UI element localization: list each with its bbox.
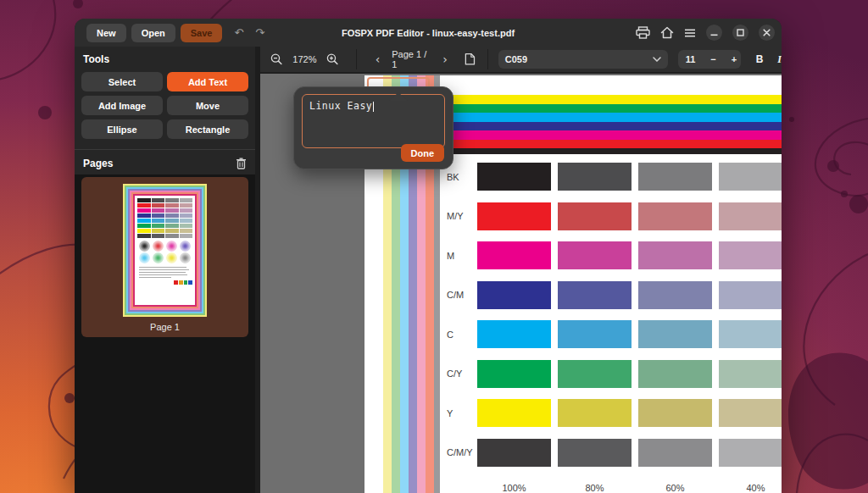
color-swatch — [719, 281, 782, 309]
color-swatch — [638, 281, 712, 309]
maximize-button[interactable] — [732, 25, 748, 41]
font-size-increase-button[interactable]: + — [724, 50, 741, 69]
color-swatch — [719, 399, 782, 427]
redo-icon[interactable]: ↷ — [255, 27, 264, 38]
tool-button-move[interactable]: Move — [167, 96, 248, 115]
previous-page-icon[interactable]: ‹ — [376, 53, 381, 65]
color-swatch — [477, 281, 551, 309]
next-page-icon[interactable]: › — [442, 53, 448, 65]
tool-button-add-image[interactable]: Add Image — [81, 96, 163, 115]
color-swatch — [477, 399, 551, 427]
thumbnail-grid-row — [137, 224, 192, 228]
thumbnail-border-stripe — [125, 186, 205, 315]
home-icon[interactable] — [660, 26, 674, 39]
swatch-col-label: 100% — [477, 478, 551, 493]
color-swatch — [719, 360, 782, 388]
color-swatch — [477, 320, 551, 348]
color-swatch — [477, 241, 551, 269]
color-swatch — [638, 439, 712, 467]
minimize-icon — [710, 29, 718, 36]
swatch-col-label: 60% — [638, 478, 712, 493]
text-input[interactable]: Linux Easy — [302, 94, 445, 148]
thumbnail-grid-row — [137, 229, 192, 233]
thumbnail-text-lines — [137, 264, 192, 278]
page-list-item[interactable]: Page 1 — [81, 177, 248, 337]
tool-button-add-text[interactable]: Add Text — [167, 72, 248, 91]
thumbnail-border-stripe — [133, 194, 197, 307]
color-swatch — [638, 360, 712, 388]
new-page-icon[interactable] — [465, 53, 476, 66]
menu-icon[interactable] — [684, 28, 696, 38]
close-button[interactable] — [759, 25, 775, 41]
document-viewport[interactable]: BKM/YMC/MCC/YYC/M/Y100%80%60%40% Linux E… — [260, 74, 782, 493]
color-swatch — [477, 439, 551, 467]
editor-toolbar: 172% ‹ Page 1 / 1 › — [260, 47, 782, 74]
new-button[interactable]: New — [86, 24, 126, 42]
color-swatch — [638, 241, 712, 269]
color-swatch — [558, 241, 632, 269]
desktop-background: New Open Save ↶ ↷ FOSPX PDF Editor - lin… — [0, 0, 868, 493]
maximize-icon — [737, 29, 744, 36]
color-swatch — [638, 163, 712, 191]
color-swatch — [719, 320, 782, 348]
thumbnail-logo — [174, 280, 192, 285]
color-swatch — [558, 202, 632, 230]
thumbnail-starburst — [153, 252, 164, 263]
font-size-decrease-button[interactable]: − — [703, 50, 723, 69]
italic-button[interactable]: I — [777, 53, 782, 66]
popup-caret — [389, 92, 408, 101]
pages-list: Page 1 — [75, 174, 255, 493]
swatch-row-label: M/Y — [447, 211, 470, 221]
app-window: New Open Save ↶ ↷ FOSPX PDF Editor - lin… — [75, 19, 782, 493]
color-swatch — [558, 439, 632, 467]
thumbnail-color-grid — [137, 198, 192, 238]
font-family-select[interactable]: C059 — [498, 50, 668, 69]
color-swatch — [558, 281, 632, 309]
thumbnail-border-stripe — [130, 191, 200, 310]
thumbnail-page-content — [135, 196, 195, 305]
color-swatch — [558, 360, 632, 388]
done-button[interactable]: Done — [401, 144, 445, 162]
tool-button-select[interactable]: Select — [81, 72, 163, 91]
swatch-row-label: Y — [447, 408, 470, 418]
thumbnail-starbursts — [137, 238, 192, 264]
main-area: 172% ‹ Page 1 / 1 › — [255, 47, 782, 493]
sidebar-divider — [75, 149, 255, 150]
color-swatch — [477, 163, 551, 191]
color-swatch — [719, 439, 782, 467]
thumbnail-starburst — [139, 252, 150, 263]
color-swatch — [638, 320, 712, 348]
thumbnail-grid-row — [137, 208, 192, 213]
tool-buttons: SelectAdd TextAdd ImageMoveEllipseRectan… — [75, 70, 255, 149]
font-size-control: 11 − + — [678, 50, 741, 69]
page-thumbnail-label: Page 1 — [150, 322, 180, 332]
thumbnail-grid-row — [137, 219, 192, 223]
zoom-out-icon[interactable] — [270, 53, 283, 66]
open-button[interactable]: Open — [131, 24, 175, 42]
tool-button-rectangle[interactable]: Rectangle — [167, 119, 248, 139]
bold-button[interactable]: B — [756, 53, 764, 65]
color-swatch — [719, 163, 782, 191]
minimize-button[interactable] — [706, 25, 722, 41]
thumbnail-border-stripe — [126, 187, 203, 313]
swatch-row-label: C/M/Y — [447, 447, 470, 457]
page-indicator: Page 1 / 1 — [392, 49, 431, 69]
delete-page-icon[interactable] — [236, 158, 247, 169]
font-size-value: 11 — [678, 50, 704, 69]
color-swatch — [558, 320, 632, 348]
titlebar[interactable]: New Open Save ↶ ↷ FOSPX PDF Editor - lin… — [75, 19, 782, 47]
add-text-popup: Linux Easy Done — [293, 86, 453, 169]
undo-icon[interactable]: ↶ — [234, 27, 243, 38]
thumbnail-starburst — [166, 241, 177, 252]
thumbnail-grid-row — [137, 198, 192, 202]
tool-button-ellipse[interactable]: Ellipse — [81, 119, 163, 139]
print-icon[interactable] — [636, 26, 650, 39]
sidebar: Tools SelectAdd TextAdd ImageMoveEllipse… — [75, 47, 255, 493]
zoom-in-icon[interactable] — [326, 53, 339, 66]
font-family-value: C059 — [505, 54, 527, 64]
thumbnail-starburst — [166, 252, 177, 263]
thumbnail-border-stripe — [131, 192, 198, 308]
tools-section-title: Tools — [75, 47, 255, 70]
save-button[interactable]: Save — [181, 24, 223, 42]
zoom-level-label: 172% — [292, 54, 318, 64]
